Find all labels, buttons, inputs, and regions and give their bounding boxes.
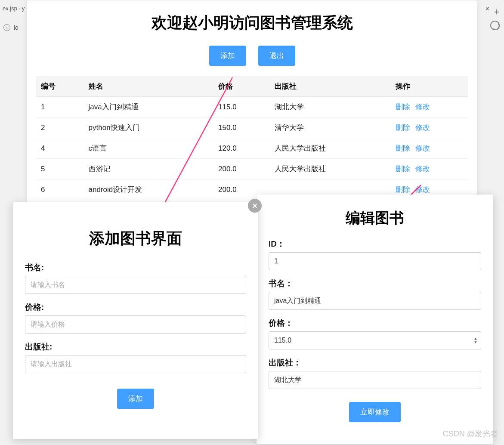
close-icon[interactable]: × [248, 199, 262, 213]
cell-name: android设计开发 [83, 179, 213, 200]
cell-publisher: 湖北大学 [269, 97, 390, 117]
label-edit-price: 价格： [269, 318, 481, 329]
table-row: 4c语言120.0人民大学出版社删除修改 [36, 138, 468, 159]
page-title: 欢迎赵小明访问图书管理系统 [27, 12, 477, 34]
cell-actions: 删除修改 [390, 138, 468, 159]
tab-title: ex.jsp · y [3, 5, 25, 12]
label-price: 价格: [25, 302, 246, 313]
add-dialog-title: 添加图书界面 [25, 228, 246, 249]
modify-link[interactable]: 修改 [415, 144, 430, 152]
add-book-dialog: × 添加图书界面 书名: 价格: 出版社: 添加 [13, 202, 258, 439]
modify-link[interactable]: 修改 [415, 103, 430, 111]
cell-price: 120.0 [213, 138, 269, 159]
cell-name: c语言 [83, 138, 213, 159]
modify-link[interactable]: 修改 [415, 165, 430, 173]
delete-link[interactable]: 删除 [396, 165, 410, 173]
delete-link[interactable]: 删除 [396, 185, 410, 194]
edit-dialog-title: 编辑图书 [269, 208, 481, 228]
delete-link[interactable]: 删除 [396, 144, 410, 152]
label-book-name: 书名: [25, 262, 246, 273]
cell-price: 150.0 [213, 117, 269, 138]
input-book-name[interactable] [25, 276, 246, 294]
label-edit-name: 书名： [269, 278, 481, 289]
th-id: 编号 [36, 76, 83, 97]
cell-price: 200.0 [213, 159, 269, 179]
th-publisher: 出版社 [269, 76, 390, 97]
cell-actions: 删除修改 [390, 159, 468, 179]
delete-link[interactable]: 删除 [396, 103, 410, 111]
input-edit-publisher[interactable] [269, 371, 481, 389]
browser-tab[interactable]: ex.jsp · y [0, 5, 27, 12]
delete-link[interactable]: 删除 [396, 124, 410, 132]
modify-link[interactable]: 修改 [415, 124, 430, 132]
book-table: 编号 姓名 价格 出版社 操作 1java入门到精通115.0湖北大学删除修改2… [36, 76, 468, 200]
edit-submit-button[interactable]: 立即修改 [349, 402, 401, 422]
url-text: lo [14, 24, 19, 31]
cell-id: 6 [36, 179, 83, 200]
th-price: 价格 [213, 76, 269, 97]
input-id[interactable] [269, 252, 481, 270]
main-action-bar: 添加 退出 [27, 46, 477, 66]
cell-actions: 删除修改 [390, 97, 468, 117]
tab-close-icon[interactable]: × [485, 5, 489, 13]
cell-price: 115.0 [213, 97, 269, 117]
cell-name: python快速入门 [83, 117, 213, 138]
input-price[interactable] [25, 315, 246, 334]
cell-publisher: 人民大学出版社 [269, 138, 390, 159]
th-name: 姓名 [83, 76, 213, 97]
th-actions: 操作 [390, 76, 468, 97]
cell-actions: 删除修改 [390, 117, 468, 138]
input-publisher[interactable] [25, 355, 246, 373]
cell-id: 1 [36, 97, 83, 117]
table-row: 2python快速入门150.0清华大学删除修改 [36, 117, 468, 138]
input-edit-price[interactable] [269, 331, 481, 349]
cell-id: 5 [36, 159, 83, 179]
new-tab-icon[interactable]: ＋ [492, 5, 501, 18]
number-stepper-icon[interactable]: ▲▼ [473, 337, 478, 344]
cell-name: 西游记 [83, 159, 213, 179]
cell-name: java入门到精通 [83, 97, 213, 117]
exit-button[interactable]: 退出 [258, 46, 295, 66]
label-id: ID： [269, 238, 481, 250]
table-row: 5西游记200.0人民大学出版社删除修改 [36, 159, 468, 179]
edit-book-dialog: 编辑图书 ID： 书名： 价格： ▲▼ 出版社： 立即修改 [257, 195, 493, 444]
label-edit-publisher: 出版社： [269, 357, 481, 368]
add-submit-button[interactable]: 添加 [117, 389, 154, 409]
edge-browser-icon[interactable] [490, 21, 500, 30]
cell-publisher: 清华大学 [269, 117, 390, 138]
cell-id: 2 [36, 117, 83, 138]
modify-link[interactable]: 修改 [415, 185, 430, 194]
label-publisher: 出版社: [25, 341, 246, 352]
cell-id: 4 [36, 138, 83, 159]
table-row: 1java入门到精通115.0湖北大学删除修改 [36, 97, 468, 117]
cell-publisher: 人民大学出版社 [269, 159, 390, 179]
add-button[interactable]: 添加 [209, 46, 246, 66]
site-info-icon[interactable]: i [3, 24, 10, 31]
input-edit-name[interactable] [269, 292, 481, 310]
